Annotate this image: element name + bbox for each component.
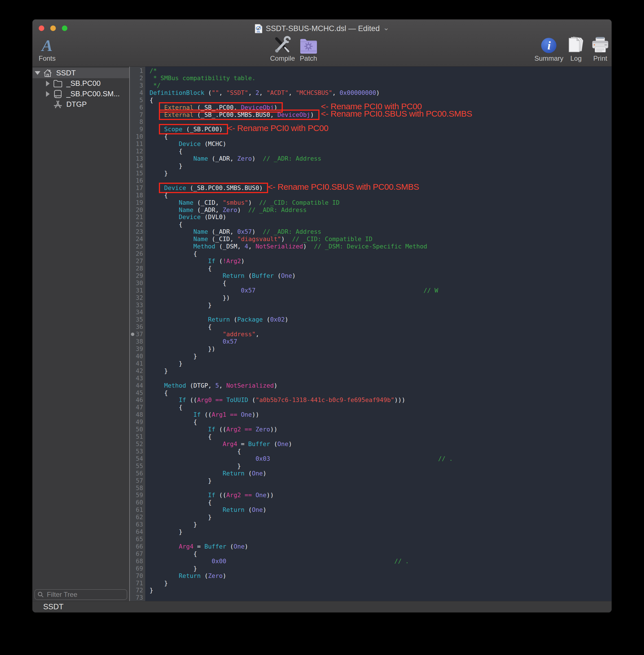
code-line: 42 } <box>130 367 612 375</box>
summary-button[interactable]: i Summary <box>534 35 564 62</box>
filter-tree-input[interactable] <box>46 590 135 599</box>
document-icon: DSL <box>255 24 262 33</box>
code-line: 22 { <box>130 221 612 228</box>
code-line: 36 { <box>130 323 612 331</box>
sidebar-item-ssdt[interactable]: SSDT <box>32 68 129 78</box>
code-line: 11 Device (MCHC) <box>130 140 612 148</box>
print-label: Print <box>593 54 607 62</box>
maciasl-window: DSL SSDT-SBUS-MCHC.dsl — Edited ⌄ A Font… <box>32 19 612 613</box>
minimize-button[interactable] <box>50 25 56 31</box>
code-editor[interactable]: 1/*2 * SMBus compatibility table.3 */4De… <box>130 67 612 601</box>
sidebar-item-sb-pc00[interactable]: _SB.PC00 <box>32 78 129 89</box>
close-button[interactable] <box>39 25 44 31</box>
code-line: 45 { <box>130 389 612 397</box>
sidebar-item-label: DTGP <box>66 100 87 109</box>
code-line: 7 External (_SB_.PC00.SMBS.BUS0, DeviceO… <box>130 111 612 118</box>
rename-annotation: <- Rename PCI0 with PC00 <box>227 125 328 132</box>
log-label: Log <box>570 54 582 62</box>
titlebar: DSL SSDT-SBUS-MCHC.dsl — Edited ⌄ A Font… <box>32 20 612 67</box>
code-line: 19 Name (_CID, "smbus") // _CID: Compati… <box>130 199 612 206</box>
code-line: 55 } <box>130 462 612 470</box>
code-line: 43 <box>130 375 612 382</box>
fonts-icon: A <box>42 38 53 54</box>
disclosure-collapsed-icon[interactable] <box>45 81 50 86</box>
code-line: 60 { <box>130 499 612 506</box>
patch-button[interactable]: Patch <box>299 35 318 62</box>
code-line: 13 Name (_ADR, Zero) // _ADR: Address <box>130 155 612 162</box>
compile-tools-icon <box>273 35 292 54</box>
annotation-box: External (_SB_.PC00, DeviceObj) <box>161 104 281 111</box>
annotation-box: Device (_SB.PC00.SMBS.BUS0) <box>161 184 267 191</box>
rename-annotation: <- Rename PCI0.SBUS with PC00.SMBS <box>268 183 419 190</box>
status-scope-label: SSDT <box>43 603 64 611</box>
sidebar-item-label: _SB.PC00 <box>66 79 100 88</box>
code-line: 14 } <box>130 162 612 170</box>
code-line: 3 */ <box>130 82 612 89</box>
code-line: 30 { <box>130 279 612 287</box>
code-line: 12 { <box>130 148 612 155</box>
code-line: 10 { <box>130 133 612 140</box>
code-line: 54 0x03 // . <box>130 455 612 462</box>
code-line: 56 Return (One) <box>130 470 612 477</box>
compile-button[interactable]: Compile <box>270 35 295 62</box>
code-line: 58 <box>130 484 612 492</box>
code-line: 49 { <box>130 419 612 426</box>
code-lines: 1/*2 * SMBus compatibility table.3 */4De… <box>130 67 612 601</box>
print-button[interactable]: Print <box>591 35 610 62</box>
code-line: 25 Method (_DSM, 4, NotSerialized) // _D… <box>130 243 612 250</box>
code-line: 26 { <box>130 250 612 257</box>
code-line: 62 } <box>130 514 612 521</box>
log-pages-icon <box>567 35 585 54</box>
sidebar-item-sb-pc00-sm[interactable]: _SB.PC00.SM... <box>32 89 129 99</box>
window-title: SSDT-SBUS-MCHC.dsl — Edited <box>266 24 380 33</box>
code-line: 57 } <box>130 477 612 484</box>
code-line: 67 { <box>130 550 612 558</box>
search-icon <box>37 591 44 598</box>
code-line: 44 Method (DTGP, 5, NotSerialized) <box>130 382 612 389</box>
code-line: 8 <box>130 118 612 126</box>
code-line: 63 } <box>130 521 612 528</box>
code-line: 29 Return (Buffer (One) <box>130 272 612 279</box>
method-icon <box>53 100 62 109</box>
code-line: 72} <box>130 587 612 594</box>
code-line: 53 { <box>130 448 612 455</box>
svg-text:DSL: DSL <box>257 31 260 33</box>
code-line: 61 Return (One) <box>130 506 612 514</box>
code-line: 35 Return (Package (0x02) <box>130 316 612 323</box>
zoom-button[interactable] <box>62 25 67 31</box>
log-button[interactable]: Log <box>567 35 585 62</box>
disclosure-open-icon[interactable] <box>35 71 40 75</box>
sidebar-item-label: _SB.PC00.SM... <box>66 90 120 98</box>
status-bar: SSDT <box>32 601 612 612</box>
summary-info-icon: i <box>540 35 557 54</box>
fonts-button[interactable]: A Fonts <box>39 35 55 62</box>
code-line: 21 Device (DVL0) <box>130 213 612 221</box>
code-line: 51 { <box>130 433 612 441</box>
code-line: 15 } <box>130 170 612 177</box>
sidebar-item-dtgp[interactable]: DTGP <box>32 99 129 110</box>
rename-annotation: <- Rename PCI0.SBUS with PC00.SMBS <box>321 110 472 117</box>
code-line: 2 * SMBus compatibility table. <box>130 74 612 82</box>
code-line: 34 <box>130 309 612 316</box>
code-line: 68 0x00 // . <box>130 558 612 565</box>
code-line: 65 <box>130 536 612 543</box>
sidebar-item-label: SSDT <box>56 69 76 77</box>
code-line: 17 Device (_SB.PC00.SMBS.BUS0)<- Rename … <box>130 184 612 192</box>
code-line: 18 { <box>130 192 612 199</box>
code-line: 9 Scope (_SB.PC00)<- Rename PCI0 with PC… <box>130 126 612 133</box>
code-line: 27 If (!Arg2) <box>130 257 612 265</box>
code-line: 41 } <box>130 360 612 367</box>
proxy-chevron-icon[interactable]: ⌄ <box>383 26 389 29</box>
code-line: 59 If ((Arg2 == One)) <box>130 492 612 499</box>
patch-folder-icon <box>299 35 318 54</box>
code-line: 24 Name (_CID, "diagsvault") // _CID: Co… <box>130 235 612 243</box>
summary-label: Summary <box>534 54 564 62</box>
filter-tree-field[interactable] <box>34 589 127 600</box>
svg-text:i: i <box>548 39 551 52</box>
code-line: 70 Return (Zero) <box>130 572 612 580</box>
code-line: 23 Name (_ADR, 0x57) // _ADR: Address <box>130 228 612 235</box>
code-line: 4DefinitionBlock ("", "SSDT", 2, "ACDT",… <box>130 89 612 96</box>
code-line: 73 <box>130 594 612 601</box>
disclosure-collapsed-icon[interactable] <box>45 91 50 97</box>
device-icon <box>53 90 62 98</box>
